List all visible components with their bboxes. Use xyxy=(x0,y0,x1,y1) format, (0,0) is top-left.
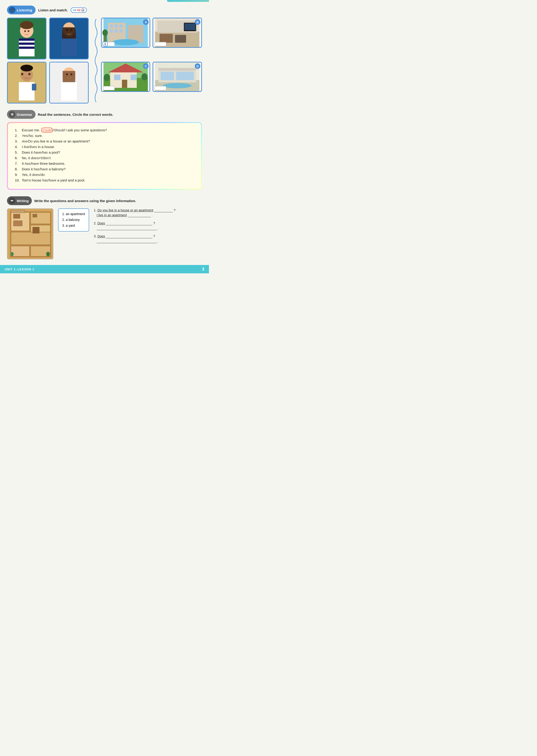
q2-blank[interactable] xyxy=(106,221,152,225)
writing-content: 1. an apartment 2. a balcony 3. a yard 1… xyxy=(7,208,202,259)
answer-box-D[interactable] xyxy=(155,86,166,90)
svg-point-52 xyxy=(104,74,110,81)
a3-blank[interactable] xyxy=(97,239,157,243)
a1-underline: I live in an apartment xyxy=(97,213,127,217)
svg-rect-29 xyxy=(109,24,113,28)
writing-instruction: Write the questions and answers using th… xyxy=(34,199,136,203)
bottom-bar: Unit 1–Lesson 1 3 xyxy=(0,265,209,273)
place-photo-B: B xyxy=(152,18,202,48)
svg-point-12 xyxy=(21,73,23,75)
writing-badge: ✏ Writing xyxy=(7,196,32,205)
q1-prefix: 1. xyxy=(94,208,98,212)
svg-point-20 xyxy=(70,29,72,31)
grammar-item-6: 6. No, it doesn't/don't. xyxy=(15,156,194,160)
pencil-icon: ✏ xyxy=(9,198,15,204)
svg-rect-23 xyxy=(61,82,77,100)
grammar-item-9: 9. Yes, it does/do. xyxy=(15,172,194,176)
person-photo-1: 1 xyxy=(7,18,46,59)
svg-rect-70 xyxy=(13,220,22,226)
apartment-floorplan-image xyxy=(7,208,53,259)
svg-rect-4 xyxy=(19,39,35,41)
photo-grid: 1 3 xyxy=(7,18,202,103)
listening-badge: 🎧 Listening xyxy=(7,6,35,15)
grammar-item-3: 3. Are/Do you live in a house or an apar… xyxy=(15,139,194,143)
listening-section: 🎧 Listening Listen and match. wb 02 🎧 xyxy=(7,6,202,103)
q2-underline: Does xyxy=(98,221,105,225)
writing-questions: 1. Do you live in a house or an apartmen… xyxy=(94,208,202,247)
info-item-1: 1. an apartment xyxy=(62,211,85,217)
place-photo-D: D xyxy=(152,62,202,92)
grammar-item-8: 8. Does it has/have a balcony? xyxy=(15,167,194,171)
svg-rect-67 xyxy=(11,246,29,256)
q3-underline: Does xyxy=(98,234,105,238)
svg-rect-42 xyxy=(175,35,186,43)
page-number: 3 xyxy=(202,267,204,272)
svg-point-53 xyxy=(142,73,148,81)
grammar-item-4: 4. I live/lives in a house. xyxy=(15,145,194,149)
svg-rect-30 xyxy=(114,24,117,28)
person-photo-2: 2 xyxy=(49,18,89,59)
svg-rect-71 xyxy=(32,214,37,217)
grammar-header: ⚙ Grammar Read the sentences. Circle the… xyxy=(7,110,202,119)
svg-point-60 xyxy=(163,83,192,89)
svg-point-2 xyxy=(20,21,33,29)
svg-rect-34 xyxy=(119,29,122,32)
listening-instruction: Listen and match. xyxy=(38,8,68,12)
headphone-small-icon: 🎧 xyxy=(81,9,85,12)
grammar-inner-box: 1. Excuse me. Could/Should I ask you som… xyxy=(8,123,201,189)
svg-rect-5 xyxy=(19,43,35,45)
grammar-badge: ⚙ Grammar xyxy=(7,110,35,119)
q1-suffix: ? xyxy=(174,208,176,212)
svg-rect-58 xyxy=(161,72,174,80)
svg-point-24 xyxy=(66,73,68,75)
svg-rect-59 xyxy=(176,72,194,80)
grammar-item-5: 5. Does it have/has a pool? xyxy=(15,150,194,154)
svg-point-13 xyxy=(28,73,31,75)
svg-rect-32 xyxy=(109,29,113,32)
grammar-label: Grammar xyxy=(17,113,32,117)
svg-point-8 xyxy=(28,30,29,32)
grammar-item-10: 10. Tom's house has/have a yard and a po… xyxy=(15,178,194,182)
grammar-item-1: 1. Excuse me. Could/Should I ask you som… xyxy=(15,128,194,132)
headphone-icon: 🎧 xyxy=(9,7,15,13)
wb-badge: wb 02 🎧 xyxy=(70,7,87,13)
a1-blank[interactable] xyxy=(128,213,151,217)
svg-rect-18 xyxy=(61,39,77,57)
svg-rect-66 xyxy=(11,232,50,245)
a2-blank[interactable] xyxy=(97,226,157,230)
persons-grid: 1 3 xyxy=(7,18,91,103)
svg-point-25 xyxy=(70,73,72,75)
q3-blank[interactable] xyxy=(106,234,152,238)
svg-rect-33 xyxy=(114,29,117,32)
listening-header: 🎧 Listening Listen and match. wb 02 🎧 xyxy=(7,6,202,15)
q2-suffix: ? xyxy=(153,221,155,225)
listening-label: Listening xyxy=(17,8,32,12)
svg-rect-41 xyxy=(159,34,173,43)
svg-point-14 xyxy=(21,65,33,71)
svg-rect-69 xyxy=(13,214,20,219)
grammar-outer-box: 1. Excuse me. Could/Should I ask you som… xyxy=(7,122,202,190)
person-photo-4: 4 xyxy=(49,62,89,103)
a1-suffix: . xyxy=(152,213,153,217)
places-grid: A 1 xyxy=(101,18,202,103)
answer-box-B[interactable] xyxy=(155,42,166,46)
top-accent-bar xyxy=(167,0,209,2)
place-corner-D: D xyxy=(195,63,200,69)
writing-q1: 1. Do you live in a house or an apartmen… xyxy=(94,208,202,217)
place-photo-C: C xyxy=(101,62,150,92)
svg-rect-6 xyxy=(19,47,35,49)
svg-rect-57 xyxy=(159,68,196,70)
place-photo-A: A 1 xyxy=(101,18,150,48)
a3-suffix: . xyxy=(158,239,159,243)
info-box: 1. an apartment 2. a balcony 3. a yard xyxy=(58,208,89,232)
answer-box-C[interactable] xyxy=(103,86,115,90)
svg-rect-15 xyxy=(32,84,36,91)
wb-num: 02 xyxy=(77,8,80,12)
writing-q2: 2. Does ? . xyxy=(94,221,202,230)
writing-label: Writing xyxy=(17,199,28,203)
grammar-item-2: 2. Yes/No, sure. xyxy=(15,134,194,137)
svg-rect-49 xyxy=(114,74,120,80)
svg-rect-31 xyxy=(119,24,122,28)
grammar-section: ⚙ Grammar Read the sentences. Circle the… xyxy=(7,110,202,190)
q1-blank[interactable] xyxy=(154,208,173,212)
